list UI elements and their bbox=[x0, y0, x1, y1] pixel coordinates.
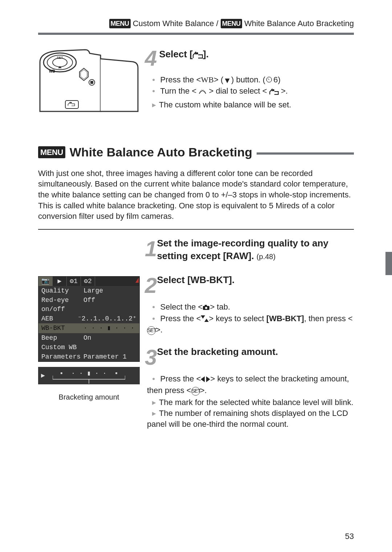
bracketing-strip-screenshot: ▶ ▪ · · ▮ · · ▪ bbox=[38, 367, 140, 384]
t: ) button. ( bbox=[231, 75, 265, 84]
menu-tab-shooting: 📷 bbox=[38, 277, 53, 286]
k: Custom WB bbox=[41, 343, 83, 352]
step-number-3: 3 bbox=[145, 343, 157, 372]
t: >. bbox=[156, 325, 163, 334]
t: >. bbox=[279, 86, 288, 95]
k: WB-BKT bbox=[41, 324, 83, 332]
timer-label: ⏲6 bbox=[265, 75, 278, 84]
svg-text:SET: SET bbox=[57, 56, 63, 60]
v: Parameter 1 bbox=[83, 352, 127, 361]
menu-row: Custom WB bbox=[38, 343, 139, 352]
k: AEB bbox=[41, 314, 78, 323]
step4-result-1: The custom white balance will be set. bbox=[147, 99, 291, 110]
camera-tab-icon bbox=[203, 302, 210, 313]
section-intro: With just one shot, three images having … bbox=[38, 168, 354, 222]
svg-point-16 bbox=[205, 307, 207, 309]
v: Off bbox=[83, 296, 95, 314]
svg-rect-15 bbox=[205, 305, 207, 306]
set-button-icon: SET bbox=[147, 326, 156, 335]
custom-wb-icon bbox=[193, 49, 203, 62]
t: Press the < bbox=[160, 374, 201, 383]
menu-row: ParametersParameter 1 bbox=[38, 352, 139, 361]
t: > dial to select < bbox=[207, 86, 269, 95]
k: Red-eye on/off bbox=[41, 296, 83, 314]
menu-badge-icon: MENU bbox=[38, 146, 65, 159]
menu-row-selected: WB-BKT· · · ▮ · · · bbox=[38, 323, 139, 333]
step-number-4: 4 bbox=[145, 44, 157, 73]
set-button-icon: SET bbox=[191, 387, 200, 396]
step2-bullet-1: Select the <> tab. bbox=[147, 302, 354, 313]
camera-top-illustration: SET WB bbox=[38, 48, 140, 113]
svg-rect-8 bbox=[90, 81, 93, 84]
menu-badge-icon: MENU bbox=[109, 19, 131, 28]
header-right: White Balance Auto Bracketing bbox=[244, 19, 354, 28]
section-rule bbox=[257, 152, 354, 155]
menu-tab-playback: ▶ bbox=[53, 277, 67, 286]
v: ⁻2..1..0..1..2⁺ bbox=[78, 314, 136, 323]
t: Turn the < bbox=[160, 86, 199, 95]
step-number-2: 2 bbox=[145, 271, 157, 300]
bracket-caption: Bracketing amount bbox=[38, 392, 140, 402]
menu-tab-setup2: ⚙2 bbox=[81, 277, 95, 286]
svg-point-12 bbox=[272, 89, 274, 91]
section-title: White Balance Auto Bracketing bbox=[70, 144, 252, 161]
v: Large bbox=[83, 286, 103, 295]
menu-row: AEB⁻2..1..0..1..2⁺ bbox=[38, 314, 139, 323]
step3-result-2: The number of remaining shots displayed … bbox=[147, 408, 354, 429]
step2-title: Select [WB-BKT]. bbox=[157, 274, 234, 286]
step-number-1: 1 bbox=[145, 234, 157, 263]
step4-title-a: Select [ bbox=[159, 49, 193, 60]
t: > tab. bbox=[210, 302, 230, 311]
step3-title: Set the bracketing amount. bbox=[157, 345, 278, 358]
menu-tab-setup1: ⚙1 bbox=[67, 277, 81, 286]
t: > keys to select bbox=[209, 314, 266, 323]
t: >. bbox=[200, 386, 207, 395]
page-number: 53 bbox=[345, 531, 354, 542]
svg-point-10 bbox=[70, 102, 72, 103]
custom-wb-icon bbox=[269, 87, 279, 98]
t: Select the < bbox=[160, 302, 203, 311]
t: ) bbox=[278, 75, 280, 84]
k: Quality bbox=[41, 286, 83, 295]
step1-title: Set the image-recording quality to any s… bbox=[157, 238, 328, 261]
menu-row: QualityLarge bbox=[38, 286, 139, 295]
down-triangle-icon: ▼ bbox=[223, 75, 231, 86]
step3-result-1: The mark for the selected white balance … bbox=[147, 397, 354, 408]
t: > ( bbox=[214, 75, 223, 84]
wb-label: WB bbox=[201, 75, 213, 84]
t: Press the < bbox=[160, 314, 201, 323]
svg-rect-9 bbox=[65, 101, 78, 109]
step4-title-b: ]. bbox=[203, 49, 209, 60]
left-right-keys-icon bbox=[201, 374, 210, 385]
t: Press the < bbox=[160, 75, 201, 84]
main-dial-icon bbox=[199, 86, 207, 97]
side-tab-accent bbox=[385, 252, 392, 275]
camera-menu-screenshot: 📷 ▶ ⚙1 ⚙2 QualityLarge Red-eye on/offOff… bbox=[38, 276, 140, 362]
play-cursor-icon: ▶ bbox=[41, 371, 45, 380]
k: Parameters bbox=[41, 352, 83, 361]
header-left: Custom White Balance bbox=[133, 19, 214, 28]
up-down-keys-icon bbox=[201, 314, 209, 325]
step4-bullet-2: Turn the < > dial to select < >. bbox=[147, 86, 291, 98]
k: Beep bbox=[41, 334, 83, 342]
step1-ref: (p.48) bbox=[257, 253, 275, 261]
v: On bbox=[83, 334, 91, 342]
menu-row: BeepOn bbox=[38, 333, 139, 343]
svg-point-11 bbox=[196, 52, 198, 54]
wb-bkt-label: [WB-BKT] bbox=[266, 314, 304, 323]
step2-bullet-2: Press the <> keys to select [WB-BKT], th… bbox=[147, 313, 354, 335]
menu-row: Red-eye on/offOff bbox=[38, 295, 139, 314]
v: · · · ▮ · · · bbox=[83, 324, 134, 332]
t: , then press < bbox=[304, 314, 353, 323]
svg-text:WB: WB bbox=[49, 69, 55, 73]
step4-bullet-1: Press the <WB> (▼) button. (⏲6) bbox=[147, 74, 291, 86]
step3-bullet-1: Press the <> keys to select the bracketi… bbox=[147, 373, 354, 396]
menu-badge-icon: MENU bbox=[221, 19, 242, 28]
page-header: MENU Custom White Balance / MENU White B… bbox=[38, 18, 354, 35]
header-sep: / bbox=[214, 19, 220, 28]
